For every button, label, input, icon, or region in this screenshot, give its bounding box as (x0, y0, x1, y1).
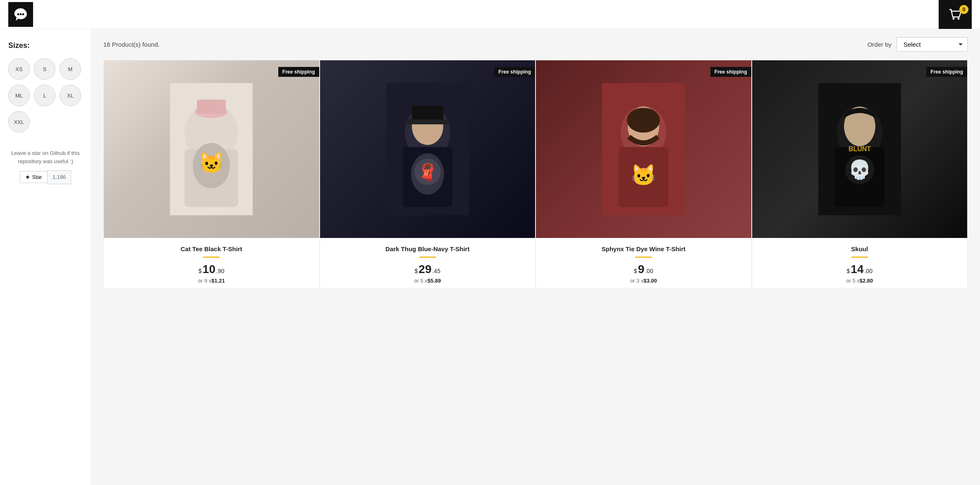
size-row-3: XXL (8, 111, 83, 133)
star-icon: ★ (25, 174, 30, 180)
product-info-2: Dark Thug Blue-Navy T-Shirt $ 29 .45 or … (320, 238, 535, 288)
product-card-4[interactable]: Free shipping 💀 (752, 60, 968, 288)
free-shipping-badge-1: Free shipping (278, 67, 319, 77)
sidebar: Sizes: XS S M ML L XL XXL Leave a star o… (0, 29, 91, 485)
free-shipping-badge-2: Free shipping (494, 67, 535, 77)
price-main-2: 29 (418, 263, 431, 276)
product-card-2[interactable]: Free shipping (320, 60, 536, 288)
price-dollar-2: $ (415, 268, 418, 274)
size-xl[interactable]: XL (60, 85, 81, 106)
product-price-3: $ 9 .00 (540, 263, 747, 276)
size-ml[interactable]: ML (8, 85, 30, 106)
header: 0 (0, 0, 980, 29)
logo-area (8, 2, 33, 27)
star-button[interactable]: ★ Star (20, 171, 47, 183)
size-m[interactable]: M (60, 58, 81, 80)
price-main-4: 14 (851, 263, 863, 276)
price-dollar-1: $ (198, 268, 202, 274)
product-img-placeholder-1: 🐱 (104, 60, 319, 238)
svg-text:🐱: 🐱 (631, 163, 657, 188)
svg-text:💀: 💀 (848, 159, 872, 181)
product-price-2: $ 29 .45 (324, 263, 531, 276)
cart-badge: 0 (959, 5, 968, 14)
size-l[interactable]: L (34, 85, 55, 106)
sizes-label: Sizes: (8, 41, 83, 50)
price-cents-1: .90 (216, 268, 224, 274)
price-cents-2: .45 (432, 268, 440, 274)
main-layout: Sizes: XS S M ML L XL XXL Leave a star o… (0, 29, 980, 485)
svg-point-0 (953, 17, 955, 19)
product-image-1: 🐱 (104, 60, 319, 238)
product-info-1: Cat Tee Black T-Shirt $ 10 .90 or 9 x$1.… (104, 238, 319, 288)
product-divider-1 (203, 257, 220, 258)
product-price-4: $ 14 .00 (756, 263, 963, 276)
order-by-area: Order by Select Price: Low to High Price… (868, 37, 968, 52)
product-image-4: 💀 BLUNT (752, 60, 968, 238)
product-info-4: Skuul $ 14 .00 or 5 x$2.80 (752, 238, 968, 288)
price-installments-4: or 5 x$2.80 (756, 278, 963, 284)
price-main-1: 10 (203, 263, 215, 276)
product-name-1: Cat Tee Black T-Shirt (108, 245, 315, 253)
content-header: 16 Product(s) found. Order by Select Pri… (103, 37, 968, 52)
product-img-placeholder-3: 🐱 (536, 60, 751, 238)
svg-text:BLUNT: BLUNT (849, 145, 871, 152)
size-xs[interactable]: XS (8, 58, 30, 80)
product-img-placeholder-2: 🧣 (320, 60, 535, 238)
price-installments-2: or 5 x$5.89 (324, 278, 531, 284)
product-img-placeholder-4: 💀 BLUNT (752, 60, 968, 238)
product-price-1: $ 10 .90 (108, 263, 315, 276)
price-cents-4: .00 (864, 268, 872, 274)
product-card-1[interactable]: Free shipping 🐱 (103, 60, 320, 288)
product-name-2: Dark Thug Blue-Navy T-Shirt (324, 245, 531, 253)
price-dollar-4: $ (847, 268, 850, 274)
free-shipping-badge-3: Free shipping (710, 67, 751, 77)
size-row-2: ML L XL (8, 85, 83, 106)
cart-area[interactable]: 0 (939, 0, 972, 29)
size-row-1: XS S M (8, 58, 83, 80)
star-count: 1,186 (47, 170, 72, 184)
size-s[interactable]: S (34, 58, 55, 80)
products-found: 16 Product(s) found. (103, 41, 160, 48)
content-area: 16 Product(s) found. Order by Select Pri… (91, 29, 980, 485)
price-cents-3: .00 (645, 268, 653, 274)
svg-point-22 (627, 108, 660, 133)
product-grid: Free shipping 🐱 (103, 60, 968, 288)
svg-rect-14 (407, 119, 448, 124)
order-select[interactable]: Select Price: Low to High Price: High to… (896, 37, 968, 52)
svg-text:🐱: 🐱 (198, 150, 225, 175)
star-row: ★ Star 1,186 (8, 170, 83, 184)
order-by-label: Order by (868, 41, 892, 48)
product-name-4: Skuul (756, 245, 963, 253)
svg-point-1 (958, 17, 960, 19)
product-info-3: Sphynx Tie Dye Wine T-Shirt $ 9 .00 or 3… (536, 238, 751, 288)
product-image-3: 🐱 (536, 60, 751, 238)
price-main-3: 9 (638, 263, 645, 276)
size-xxl[interactable]: XXL (8, 111, 30, 133)
svg-rect-8 (197, 100, 226, 114)
price-dollar-3: $ (634, 268, 637, 274)
svg-text:🧣: 🧣 (417, 162, 438, 182)
price-installments-3: or 3 x$3.00 (540, 278, 747, 284)
product-divider-2 (419, 257, 436, 258)
product-divider-4 (851, 257, 868, 258)
product-image-2: 🧣 (320, 60, 535, 238)
logo-icon[interactable] (8, 2, 33, 27)
product-name-3: Sphynx Tie Dye Wine T-Shirt (540, 245, 747, 253)
price-installments-1: or 9 x$1.21 (108, 278, 315, 284)
free-shipping-badge-4: Free shipping (926, 67, 967, 77)
github-text: Leave a star on Github if this repositor… (8, 149, 83, 184)
product-divider-3 (635, 257, 652, 258)
product-card-3[interactable]: Free shipping (535, 60, 752, 288)
